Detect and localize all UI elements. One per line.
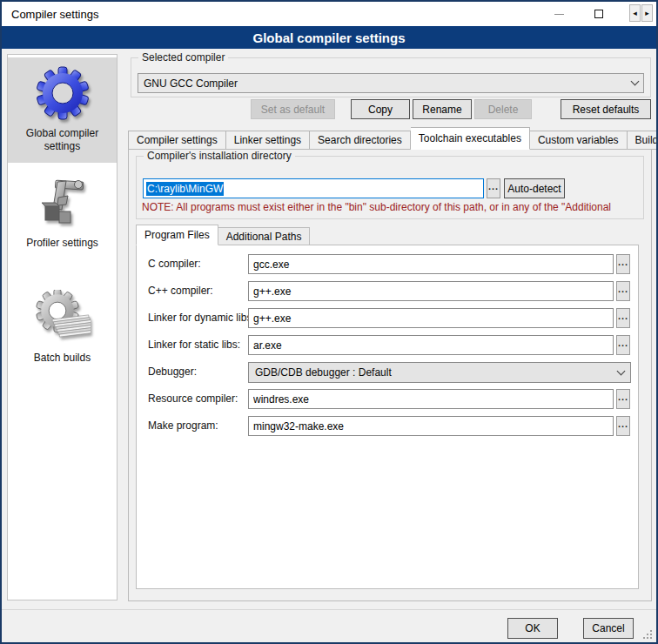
compiler-combobox-value: GNU GCC Compiler [144, 77, 632, 90]
minimize-button[interactable] [541, 2, 576, 26]
arrow-left-icon: ◂ [633, 9, 637, 17]
c-compiler-input[interactable] [248, 254, 614, 274]
tab-scroll-right-button[interactable]: ▸ [641, 4, 653, 22]
dialog-header: Global compiler settings [2, 26, 656, 49]
make-program-input[interactable] [248, 416, 614, 436]
settings-tabstrip: Compiler settings Linker settings Search… [128, 129, 658, 150]
tab-linker-settings[interactable]: Linker settings [226, 131, 310, 150]
field-label-dynamic-linker: Linker for dynamic libs: [148, 312, 255, 324]
maximize-icon [594, 10, 603, 18]
chevron-down-icon [631, 77, 640, 86]
compiler-settings-dialog: Compiler settings × Global compiler sett… [0, 0, 658, 644]
delete-button[interactable]: Delete [474, 99, 532, 119]
resource-compiler-input[interactable] [248, 389, 614, 409]
copy-button[interactable]: Copy [351, 99, 410, 119]
selected-path-text: C:\raylib\MinGW [146, 182, 224, 196]
toolchain-subtabs: Program Files Additional Paths [136, 225, 310, 245]
footer-divider [2, 609, 658, 610]
field-label-c-compiler: C compiler: [148, 258, 201, 270]
sidebar-item-global-compiler-settings[interactable]: Global compiler settings [8, 57, 117, 163]
maximize-button[interactable] [581, 2, 616, 26]
tab-custom-variables[interactable]: Custom variables [530, 131, 628, 150]
arrow-right-icon: ▸ [645, 9, 649, 17]
tab-compiler-settings[interactable]: Compiler settings [128, 131, 226, 150]
blue-gear-icon [35, 65, 91, 121]
tab-search-directories[interactable]: Search directories [310, 131, 411, 150]
window-title: Compiler settings [11, 8, 98, 21]
sidebar-item-label: Profiler settings [26, 237, 98, 250]
tab-build-options[interactable]: Build options [628, 131, 658, 150]
set-as-default-button[interactable]: Set as default [251, 99, 335, 119]
minimize-icon [554, 14, 564, 15]
static-linker-browse-button[interactable]: ... [616, 335, 630, 355]
resource-compiler-browse-button[interactable]: ... [616, 389, 630, 409]
group-label: Selected compiler [138, 51, 228, 64]
sidebar-item-profiler-settings[interactable]: Profiler settings [8, 167, 117, 259]
debugger-select-value: GDB/CDB debugger : Default [255, 366, 618, 379]
resize-grip[interactable] [643, 630, 652, 639]
cpp-compiler-input[interactable] [248, 281, 614, 301]
dynamic-linker-browse-button[interactable]: ... [616, 308, 630, 328]
subtab-program-files[interactable]: Program Files [136, 225, 218, 245]
bin-subdirectory-note: NOTE: All programs must exist either in … [142, 201, 641, 213]
field-label-debugger: Debugger: [148, 366, 197, 378]
program-files-panel: C compiler: ... C++ compiler: ... Linker… [136, 245, 639, 589]
gray-gear-stack-icon [35, 290, 91, 345]
chevron-down-icon [617, 366, 626, 375]
subtab-additional-paths[interactable]: Additional Paths [218, 227, 311, 245]
field-label-static-linker: Linker for static libs: [148, 339, 240, 351]
group-label: Compiler's installation directory [144, 150, 295, 162]
debugger-select[interactable]: GDB/CDB debugger : Default [248, 362, 631, 383]
static-linker-input[interactable] [248, 335, 614, 355]
reset-defaults-button[interactable]: Reset defaults [561, 99, 651, 119]
sidebar-item-label: Global compiler settings [11, 127, 113, 153]
compiler-combobox[interactable]: GNU GCC Compiler [138, 73, 644, 93]
titlebar[interactable]: Compiler settings × [2, 2, 656, 26]
auto-detect-button[interactable]: Auto-detect [504, 178, 565, 198]
make-program-browse-button[interactable]: ... [616, 416, 630, 436]
field-label-resource-compiler: Resource compiler: [148, 392, 238, 405]
cancel-button[interactable]: Cancel [583, 618, 634, 639]
ok-button[interactable]: OK [507, 618, 558, 639]
sidebar-item-label: Batch builds [34, 352, 91, 365]
field-label-cpp-compiler: C++ compiler: [148, 285, 213, 297]
page-title: Global compiler settings [252, 30, 405, 45]
tab-toolchain-executables[interactable]: Toolchain executables [411, 127, 530, 150]
installation-directory-browse-button[interactable]: ... [487, 178, 500, 198]
tab-scroll-left-button[interactable]: ◂ [629, 4, 641, 22]
caliper-icon [35, 175, 91, 231]
settings-category-list: Global compiler settings [7, 54, 118, 600]
installation-directory-input[interactable]: C:\raylib\MinGW [143, 178, 484, 198]
sidebar-item-batch-builds[interactable]: Batch builds [8, 282, 117, 374]
field-label-make-program: Make program: [148, 419, 218, 432]
c-compiler-browse-button[interactable]: ... [616, 254, 630, 274]
rename-button[interactable]: Rename [413, 99, 472, 119]
cpp-compiler-browse-button[interactable]: ... [616, 281, 630, 301]
dynamic-linker-input[interactable] [248, 308, 614, 328]
